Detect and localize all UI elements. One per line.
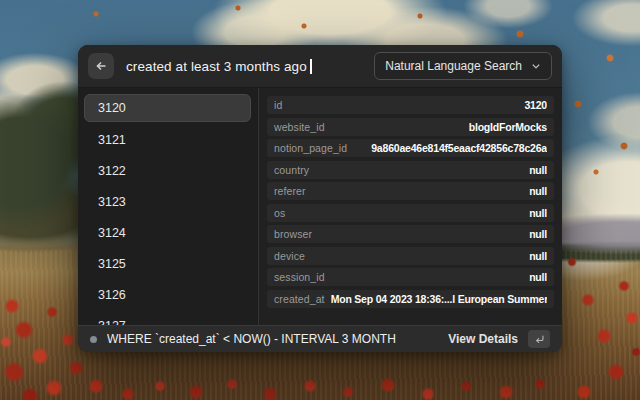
search-window: created at least 3 months ago Natural La…	[78, 45, 562, 352]
detail-row-country[interactable]: country null	[267, 161, 554, 179]
back-arrow-icon	[94, 59, 108, 73]
return-key-icon	[534, 334, 545, 345]
text-cursor	[310, 59, 312, 74]
row-key: notion_page_id	[274, 142, 347, 154]
status-dot-icon	[90, 336, 97, 343]
row-key: id	[274, 99, 282, 111]
detail-row-notion-page-id[interactable]: notion_page_id 9a860ae46e814f5eaacf42856…	[267, 139, 554, 157]
list-item[interactable]: 3120	[84, 94, 251, 122]
detail-row-created-at[interactable]: created_at Mon Sep 04 2023 18:36:...l Eu…	[267, 290, 554, 308]
detail-row-id[interactable]: id 3120	[267, 96, 554, 114]
row-key: device	[274, 250, 305, 262]
row-value: 9a860ae46e814f5eaacf42856c78c26a	[371, 142, 547, 154]
row-key: browser	[274, 228, 312, 240]
list-item[interactable]: 3127	[78, 310, 258, 325]
chevron-down-icon	[531, 61, 541, 71]
detail-row-referer[interactable]: referer null	[267, 182, 554, 200]
row-value: blogIdForMocks	[469, 121, 547, 133]
list-item[interactable]: 3125	[78, 248, 258, 279]
row-value: null	[529, 207, 547, 219]
row-key: country	[274, 164, 309, 176]
view-details-button[interactable]: View Details	[448, 332, 518, 346]
search-input[interactable]: created at least 3 months ago	[126, 59, 362, 74]
list-item[interactable]: 3124	[78, 217, 258, 248]
row-key: session_id	[274, 271, 325, 283]
row-key: os	[274, 207, 285, 219]
detail-row-browser[interactable]: browser null	[267, 225, 554, 243]
search-header: created at least 3 months ago Natural La…	[78, 45, 562, 88]
row-value: null	[529, 271, 547, 283]
row-value: null	[529, 185, 547, 197]
screen: created at least 3 months ago Natural La…	[0, 0, 640, 400]
search-query-text: created at least 3 months ago	[126, 59, 307, 74]
list-item[interactable]: 3126	[78, 279, 258, 310]
row-value: null	[529, 228, 547, 240]
list-item[interactable]: 3121	[78, 124, 258, 155]
sql-query-text: WHERE `created_at` < NOW() - INTERVAL 3 …	[107, 332, 438, 346]
row-value: null	[529, 250, 547, 262]
record-details: id 3120 website_id blogIdForMocks notion…	[259, 88, 562, 325]
detail-row-device[interactable]: device null	[267, 247, 554, 265]
list-item[interactable]: 3123	[78, 186, 258, 217]
detail-row-os[interactable]: os null	[267, 204, 554, 222]
row-key: created_at	[274, 293, 325, 305]
row-key: referer	[274, 185, 306, 197]
row-value: null	[529, 164, 547, 176]
query-footer: WHERE `created_at` < NOW() - INTERVAL 3 …	[78, 325, 562, 352]
row-value: 3120	[524, 99, 547, 111]
detail-row-session-id[interactable]: session_id null	[267, 268, 554, 286]
row-value: Mon Sep 04 2023 18:36:...l European Summ…	[331, 293, 547, 305]
search-mode-dropdown[interactable]: Natural Language Search	[374, 52, 552, 80]
results-list: 3120 3121 3122 3123 3124 3125 3126 3127	[78, 88, 259, 325]
detail-row-website-id[interactable]: website_id blogIdForMocks	[267, 118, 554, 136]
back-button[interactable]	[88, 53, 114, 79]
list-item[interactable]: 3122	[78, 155, 258, 186]
row-key: website_id	[274, 121, 325, 133]
search-mode-label: Natural Language Search	[385, 59, 522, 73]
results-body: 3120 3121 3122 3123 3124 3125 3126 3127 …	[78, 88, 562, 325]
enter-key-button[interactable]	[528, 330, 550, 348]
